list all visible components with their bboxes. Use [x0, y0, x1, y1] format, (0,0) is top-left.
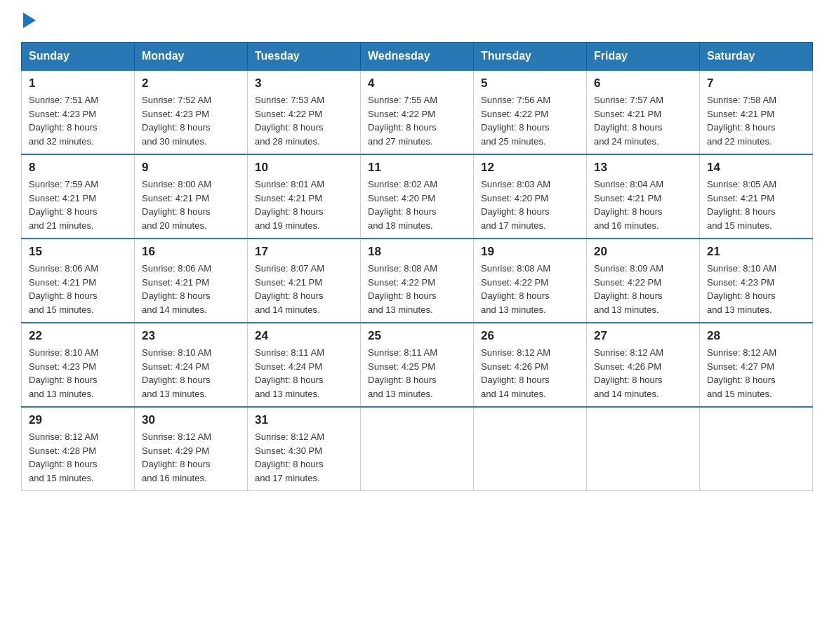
day-number: 7: [707, 76, 805, 90]
calendar-cell: 26 Sunrise: 8:12 AM Sunset: 4:26 PM Dayl…: [474, 323, 587, 407]
day-number: 22: [29, 329, 127, 343]
calendar-cell: 4 Sunrise: 7:55 AM Sunset: 4:22 PM Dayli…: [361, 70, 474, 154]
calendar-cell: 5 Sunrise: 7:56 AM Sunset: 4:22 PM Dayli…: [474, 70, 587, 154]
header-cell-tuesday: Tuesday: [248, 43, 361, 71]
day-info: Sunrise: 7:57 AM Sunset: 4:21 PM Dayligh…: [594, 93, 692, 148]
day-number: 11: [368, 161, 466, 175]
day-info: Sunrise: 8:12 AM Sunset: 4:28 PM Dayligh…: [29, 430, 127, 485]
calendar-cell: 19 Sunrise: 8:08 AM Sunset: 4:22 PM Dayl…: [474, 239, 587, 323]
day-info: Sunrise: 8:04 AM Sunset: 4:21 PM Dayligh…: [594, 177, 692, 232]
day-number: 18: [368, 245, 466, 259]
day-info: Sunrise: 8:09 AM Sunset: 4:22 PM Dayligh…: [594, 262, 692, 316]
day-number: 17: [255, 245, 353, 259]
header-row: SundayMondayTuesdayWednesdayThursdayFrid…: [22, 43, 813, 71]
calendar-cell: 20 Sunrise: 8:09 AM Sunset: 4:22 PM Dayl…: [587, 239, 700, 323]
day-number: 4: [368, 76, 466, 90]
calendar-cell: 2 Sunrise: 7:52 AM Sunset: 4:23 PM Dayli…: [135, 70, 248, 154]
calendar-cell: 6 Sunrise: 7:57 AM Sunset: 4:21 PM Dayli…: [587, 70, 700, 154]
day-number: 28: [707, 329, 805, 343]
calendar-cell: 12 Sunrise: 8:03 AM Sunset: 4:20 PM Dayl…: [474, 154, 587, 239]
day-number: 5: [481, 76, 579, 90]
calendar-header: SundayMondayTuesdayWednesdayThursdayFrid…: [22, 43, 813, 71]
day-number: 3: [255, 76, 353, 90]
day-number: 9: [142, 161, 240, 175]
calendar-cell: 7 Sunrise: 7:58 AM Sunset: 4:21 PM Dayli…: [700, 70, 813, 154]
header-cell-friday: Friday: [587, 43, 700, 71]
calendar-cell: [361, 407, 474, 491]
calendar-cell: 11 Sunrise: 8:02 AM Sunset: 4:20 PM Dayl…: [361, 154, 474, 239]
day-number: 16: [142, 245, 240, 259]
day-info: Sunrise: 8:10 AM Sunset: 4:23 PM Dayligh…: [707, 262, 805, 316]
day-number: 27: [594, 329, 692, 343]
calendar-cell: [587, 407, 700, 491]
day-info: Sunrise: 8:12 AM Sunset: 4:26 PM Dayligh…: [594, 346, 692, 401]
week-row-1: 1 Sunrise: 7:51 AM Sunset: 4:23 PM Dayli…: [22, 70, 813, 154]
day-number: 13: [594, 161, 692, 175]
day-info: Sunrise: 8:12 AM Sunset: 4:27 PM Dayligh…: [707, 346, 805, 401]
day-info: Sunrise: 8:01 AM Sunset: 4:21 PM Dayligh…: [255, 177, 353, 232]
day-info: Sunrise: 8:10 AM Sunset: 4:24 PM Dayligh…: [142, 346, 240, 401]
calendar-cell: 13 Sunrise: 8:04 AM Sunset: 4:21 PM Dayl…: [587, 154, 700, 239]
header-cell-monday: Monday: [135, 43, 248, 71]
day-info: Sunrise: 8:12 AM Sunset: 4:29 PM Dayligh…: [142, 430, 240, 485]
calendar-cell: 30 Sunrise: 8:12 AM Sunset: 4:29 PM Dayl…: [135, 407, 248, 491]
logo-triangle-icon: [23, 13, 36, 28]
day-number: 14: [707, 161, 805, 175]
day-number: 21: [707, 245, 805, 259]
day-info: Sunrise: 8:06 AM Sunset: 4:21 PM Dayligh…: [142, 262, 240, 316]
calendar-cell: 24 Sunrise: 8:11 AM Sunset: 4:24 PM Dayl…: [248, 323, 361, 407]
day-number: 15: [29, 245, 127, 259]
day-info: Sunrise: 7:59 AM Sunset: 4:21 PM Dayligh…: [29, 177, 127, 232]
calendar-cell: 21 Sunrise: 8:10 AM Sunset: 4:23 PM Dayl…: [700, 239, 813, 323]
week-row-5: 29 Sunrise: 8:12 AM Sunset: 4:28 PM Dayl…: [22, 407, 813, 491]
day-number: 30: [142, 413, 240, 427]
day-info: Sunrise: 7:52 AM Sunset: 4:23 PM Dayligh…: [142, 93, 240, 148]
day-info: Sunrise: 8:08 AM Sunset: 4:22 PM Dayligh…: [368, 262, 466, 316]
day-info: Sunrise: 8:12 AM Sunset: 4:30 PM Dayligh…: [255, 430, 353, 485]
day-number: 12: [481, 161, 579, 175]
day-number: 19: [481, 245, 579, 259]
calendar-cell: 14 Sunrise: 8:05 AM Sunset: 4:21 PM Dayl…: [700, 154, 813, 239]
page-header: [21, 14, 813, 28]
calendar-cell: 3 Sunrise: 7:53 AM Sunset: 4:22 PM Dayli…: [248, 70, 361, 154]
day-info: Sunrise: 7:53 AM Sunset: 4:22 PM Dayligh…: [255, 93, 353, 148]
day-number: 6: [594, 76, 692, 90]
day-info: Sunrise: 7:56 AM Sunset: 4:22 PM Dayligh…: [481, 93, 579, 148]
week-row-3: 15 Sunrise: 8:06 AM Sunset: 4:21 PM Dayl…: [22, 239, 813, 323]
day-number: 8: [29, 161, 127, 175]
day-number: 20: [594, 245, 692, 259]
calendar-body: 1 Sunrise: 7:51 AM Sunset: 4:23 PM Dayli…: [22, 70, 813, 491]
calendar-table: SundayMondayTuesdayWednesdayThursdayFrid…: [21, 42, 813, 491]
day-info: Sunrise: 7:58 AM Sunset: 4:21 PM Dayligh…: [707, 93, 805, 148]
calendar-cell: 10 Sunrise: 8:01 AM Sunset: 4:21 PM Dayl…: [248, 154, 361, 239]
calendar-cell: 1 Sunrise: 7:51 AM Sunset: 4:23 PM Dayli…: [22, 70, 135, 154]
day-info: Sunrise: 7:55 AM Sunset: 4:22 PM Dayligh…: [368, 93, 466, 148]
header-cell-sunday: Sunday: [22, 43, 135, 71]
calendar-cell: 16 Sunrise: 8:06 AM Sunset: 4:21 PM Dayl…: [135, 239, 248, 323]
day-info: Sunrise: 8:07 AM Sunset: 4:21 PM Dayligh…: [255, 262, 353, 316]
day-number: 25: [368, 329, 466, 343]
calendar-cell: 8 Sunrise: 7:59 AM Sunset: 4:21 PM Dayli…: [22, 154, 135, 239]
day-info: Sunrise: 8:12 AM Sunset: 4:26 PM Dayligh…: [481, 346, 579, 401]
day-info: Sunrise: 8:11 AM Sunset: 4:25 PM Dayligh…: [368, 346, 466, 401]
day-info: Sunrise: 7:51 AM Sunset: 4:23 PM Dayligh…: [29, 93, 127, 148]
day-info: Sunrise: 8:02 AM Sunset: 4:20 PM Dayligh…: [368, 177, 466, 232]
day-info: Sunrise: 8:00 AM Sunset: 4:21 PM Dayligh…: [142, 177, 240, 232]
day-number: 29: [29, 413, 127, 427]
day-number: 2: [142, 76, 240, 90]
day-number: 23: [142, 329, 240, 343]
day-info: Sunrise: 8:03 AM Sunset: 4:20 PM Dayligh…: [481, 177, 579, 232]
calendar-cell: 28 Sunrise: 8:12 AM Sunset: 4:27 PM Dayl…: [700, 323, 813, 407]
calendar-cell: 31 Sunrise: 8:12 AM Sunset: 4:30 PM Dayl…: [248, 407, 361, 491]
calendar-cell: [700, 407, 813, 491]
calendar-cell: 15 Sunrise: 8:06 AM Sunset: 4:21 PM Dayl…: [22, 239, 135, 323]
day-number: 1: [29, 76, 127, 90]
day-info: Sunrise: 8:08 AM Sunset: 4:22 PM Dayligh…: [481, 262, 579, 316]
calendar-cell: 27 Sunrise: 8:12 AM Sunset: 4:26 PM Dayl…: [587, 323, 700, 407]
calendar-cell: 29 Sunrise: 8:12 AM Sunset: 4:28 PM Dayl…: [22, 407, 135, 491]
day-number: 10: [255, 161, 353, 175]
calendar-cell: 17 Sunrise: 8:07 AM Sunset: 4:21 PM Dayl…: [248, 239, 361, 323]
day-number: 31: [255, 413, 353, 427]
calendar-cell: 22 Sunrise: 8:10 AM Sunset: 4:23 PM Dayl…: [22, 323, 135, 407]
logo: [21, 14, 36, 28]
